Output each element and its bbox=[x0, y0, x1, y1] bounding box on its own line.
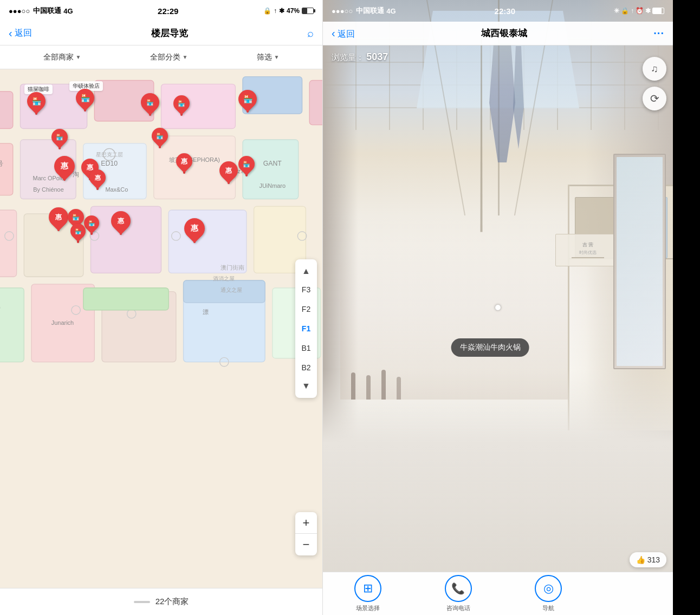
map-pin-hui-4[interactable]: 惠 bbox=[219, 161, 238, 184]
zoom-controls[interactable]: + − bbox=[295, 512, 317, 555]
svg-text:通义之屋: 通义之屋 bbox=[221, 287, 242, 293]
svg-text:AOIO: AOIO bbox=[0, 304, 1, 312]
scene-label: 场景选择 bbox=[356, 604, 380, 612]
chevron-down-icon-3: ▼ bbox=[274, 54, 280, 60]
floor-b1[interactable]: B1 bbox=[295, 338, 317, 358]
person-silhouette-3 bbox=[381, 370, 386, 400]
map-pin-11[interactable]: 🏪 bbox=[70, 224, 86, 243]
merchant-count-bar: 22个商家 bbox=[0, 588, 322, 615]
map-pin-hui-3[interactable]: 惠 bbox=[176, 153, 192, 174]
nav-icon: ◎ bbox=[543, 581, 554, 596]
map-pin-4[interactable]: 🏪 bbox=[173, 95, 190, 116]
phone-consult-button[interactable]: 📞 咨询电话 bbox=[445, 575, 472, 612]
network-right: 4G bbox=[386, 7, 396, 15]
person-silhouette-4 bbox=[397, 377, 401, 400]
scene-select-button[interactable]: ⊞ 场景选择 bbox=[354, 575, 381, 612]
signal-left-right: ●●●○○ 中国联通 4G bbox=[332, 6, 396, 16]
chevron-down-icon-1: ▼ bbox=[76, 54, 81, 60]
back-label-left: 返回 bbox=[15, 28, 32, 39]
map-pin-hui-8[interactable]: 惠 bbox=[184, 218, 205, 243]
status-bar-left: ●●●○○ 中国联通 4G 22:29 🔒 ↑ ✱ 47% bbox=[0, 0, 322, 22]
time-display: 22:29 bbox=[158, 6, 178, 16]
map-pin-1[interactable]: 🏪 bbox=[27, 92, 46, 115]
refresh-button[interactable]: ⟳ bbox=[643, 87, 666, 110]
map-pin-2[interactable]: 🏪 bbox=[76, 89, 94, 112]
time-right: 22:30 bbox=[495, 6, 515, 16]
svg-rect-2 bbox=[0, 91, 13, 128]
phone-icon: 📞 bbox=[451, 582, 465, 595]
svg-text:Ji 米 2号: Ji 米 2号 bbox=[0, 160, 3, 167]
carrier-label: 中国联通 bbox=[33, 6, 61, 16]
carrier-right: 中国联通 bbox=[356, 6, 384, 16]
map-pin-hui-1[interactable]: 惠 bbox=[54, 156, 75, 181]
map-pin-5[interactable]: 🏪 bbox=[238, 90, 257, 113]
back-button-left[interactable]: ‹ 返回 bbox=[9, 27, 32, 40]
map-pin-hui-6[interactable]: 惠 bbox=[49, 207, 68, 231]
map-pin-6[interactable]: 🏪 bbox=[51, 129, 68, 149]
floor-down-arrow[interactable]: ▼ bbox=[295, 377, 317, 395]
left-phone: ●●●○○ 中国联通 4G 22:29 🔒 ↑ ✱ 47% ‹ 返回 楼层导览 … bbox=[0, 0, 323, 615]
scene-icon-wrap: ⊞ bbox=[354, 575, 381, 602]
refresh-icon: ⟳ bbox=[650, 92, 659, 105]
status-bar-right: ●●●○○ 中国联通 4G 22:30 ✳ 🔒 ↑ ⏰ ✱ bbox=[323, 0, 673, 22]
like-button[interactable]: 👍 313 bbox=[630, 552, 666, 567]
svg-text:酒消之屋: 酒消之屋 bbox=[213, 276, 235, 282]
floor-b2[interactable]: B2 bbox=[295, 358, 317, 377]
map-area[interactable]: Ji 米 2号 Marc OPolo 淘 By Chiénoe ED10 坡莱尔… bbox=[0, 69, 322, 588]
svg-text:星巴克二层: 星巴克二层 bbox=[96, 152, 123, 158]
lock-icon: 🔒 bbox=[263, 7, 271, 15]
all-merchants-filter[interactable]: 全部商家 ▼ bbox=[43, 53, 81, 62]
svg-text:GANT: GANT bbox=[263, 160, 282, 167]
floor-f2[interactable]: F2 bbox=[295, 299, 317, 319]
navigation-button[interactable]: ◎ 导航 bbox=[535, 575, 562, 612]
map-pin-7[interactable]: 🏪 bbox=[152, 128, 168, 148]
clock-icon: ⏰ bbox=[636, 7, 644, 15]
like-count: 313 bbox=[647, 555, 660, 564]
lock-icon-right: 🔒 bbox=[621, 7, 629, 15]
network-type: 4G bbox=[63, 7, 73, 15]
right-phone: ●●●○○ 中国联通 4G 22:30 ✳ 🔒 ↑ ⏰ ✱ ‹ 返回 城西银泰城… bbox=[323, 0, 673, 615]
map-pin-10[interactable]: 🏪 bbox=[84, 215, 99, 235]
chevron-down-icon-2: ▼ bbox=[183, 54, 188, 60]
signal-indicator: ●●●○○ 中国联通 4G bbox=[9, 6, 73, 16]
bottom-toolbar-right: ⊞ 场景选择 📞 咨询电话 ◎ 导航 bbox=[323, 572, 673, 615]
zoom-in-button[interactable]: + bbox=[295, 512, 317, 534]
more-button[interactable]: ··· bbox=[653, 27, 664, 40]
svg-text:漂: 漂 bbox=[203, 309, 209, 315]
view-count-display: 浏览量： 5037 bbox=[332, 51, 388, 63]
floor-up-arrow[interactable]: ▲ bbox=[295, 263, 317, 280]
music-button[interactable]: ♫ bbox=[643, 57, 666, 81]
store-tooltip: 牛焱潮汕牛肉火锅 bbox=[451, 338, 529, 357]
status-icons: 🔒 ↑ ✱ 47% bbox=[263, 7, 314, 15]
map-pin-hui-7[interactable]: 惠 bbox=[111, 211, 131, 235]
svg-text:澳门街南: 澳门街南 bbox=[221, 264, 244, 271]
chevron-left-icon: ‹ bbox=[9, 27, 12, 40]
back-label-right: 返回 bbox=[338, 29, 355, 38]
location-icon: ↑ bbox=[274, 7, 277, 15]
merchant-count-label: 22个商家 bbox=[134, 597, 189, 607]
panorama-background: 吉 营 时尚优选 牛焱潮汕牛肉火锅 浏览量： 5037 bbox=[323, 0, 673, 615]
display-screen bbox=[613, 154, 666, 369]
consult-label: 咨询电话 bbox=[446, 604, 470, 612]
floor-selector[interactable]: ▲ F3 F2 F1 B1 B2 ▼ bbox=[295, 259, 317, 398]
panorama-view[interactable]: 吉 营 时尚优选 牛焱潮汕牛肉火锅 浏览量： 5037 bbox=[323, 0, 673, 615]
battery-label: 47% bbox=[287, 7, 300, 15]
bluetooth-icon: ✱ bbox=[279, 7, 284, 15]
zoom-out-button[interactable]: − bbox=[295, 534, 317, 555]
map-pin-hui-5[interactable]: 惠 bbox=[89, 169, 106, 190]
search-icon[interactable]: ⌕ bbox=[307, 27, 314, 40]
person-silhouette-2 bbox=[366, 375, 371, 400]
floor-f1[interactable]: F1 bbox=[295, 319, 317, 338]
center-crosshair bbox=[495, 305, 501, 310]
all-categories-filter[interactable]: 全部分类 ▼ bbox=[150, 53, 188, 62]
middle-ground bbox=[340, 246, 568, 400]
back-button-right[interactable]: ‹ 返回 bbox=[332, 27, 355, 40]
map-pin-8[interactable]: 🏪 bbox=[238, 156, 255, 176]
svg-rect-47 bbox=[83, 288, 168, 310]
map-pin-3[interactable]: 🏪 bbox=[141, 93, 159, 116]
svg-text:Max&Co: Max&Co bbox=[105, 186, 128, 193]
arrow-icon: ↑ bbox=[631, 7, 634, 15]
filter-button[interactable]: 筛选 ▼ bbox=[257, 53, 280, 62]
svg-rect-7 bbox=[309, 81, 322, 125]
floor-f3[interactable]: F3 bbox=[295, 280, 317, 299]
